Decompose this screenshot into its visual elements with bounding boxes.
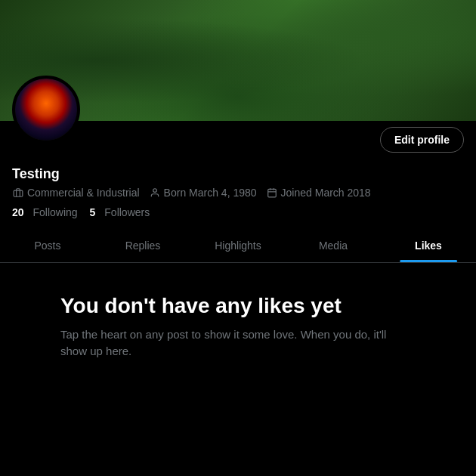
calendar-icon bbox=[266, 187, 278, 199]
profile-meta: Commercial & Industrial Born March 4, 19… bbox=[12, 187, 464, 199]
svg-rect-0 bbox=[14, 190, 23, 196]
empty-state: You don't have any likes yet Tap the hea… bbox=[0, 263, 476, 376]
follow-stats: 20 Following 5 Followers bbox=[12, 206, 464, 218]
tab-replies[interactable]: Replies bbox=[95, 229, 190, 262]
followers-label: Followers bbox=[104, 206, 150, 218]
following-stat[interactable]: 20 Following bbox=[12, 206, 78, 218]
tab-likes[interactable]: Likes bbox=[381, 229, 476, 262]
birthday-meta: Born March 4, 1980 bbox=[149, 187, 257, 199]
empty-title: You don't have any likes yet bbox=[60, 293, 416, 319]
profile-tabs: Posts Replies Highlights Media Likes bbox=[0, 229, 476, 263]
following-label: Following bbox=[32, 206, 77, 218]
industry-meta: Commercial & Industrial bbox=[12, 187, 140, 199]
birthday-text: Born March 4, 1980 bbox=[164, 187, 257, 199]
display-name: Testing bbox=[12, 166, 464, 182]
followers-stat[interactable]: 5 Followers bbox=[90, 206, 150, 218]
profile-page: Edit profile Testing Commercial & Indust… bbox=[0, 0, 476, 476]
edit-profile-button[interactable]: Edit profile bbox=[380, 127, 464, 153]
joined-text: Joined March 2018 bbox=[281, 187, 371, 199]
tab-posts[interactable]: Posts bbox=[0, 229, 95, 262]
followers-count: 5 bbox=[90, 206, 96, 218]
svg-rect-2 bbox=[267, 189, 276, 197]
tab-media[interactable]: Media bbox=[286, 229, 381, 262]
avatar bbox=[12, 76, 80, 144]
industry-text: Commercial & Industrial bbox=[27, 187, 140, 199]
empty-subtitle: Tap the heart on any post to show it som… bbox=[60, 326, 416, 360]
avatar-image bbox=[15, 79, 77, 141]
svg-point-1 bbox=[153, 189, 156, 193]
briefcase-icon bbox=[12, 187, 24, 199]
joined-meta: Joined March 2018 bbox=[266, 187, 371, 199]
birthday-icon bbox=[149, 187, 161, 199]
tab-highlights[interactable]: Highlights bbox=[190, 229, 286, 262]
following-count: 20 bbox=[12, 206, 24, 218]
